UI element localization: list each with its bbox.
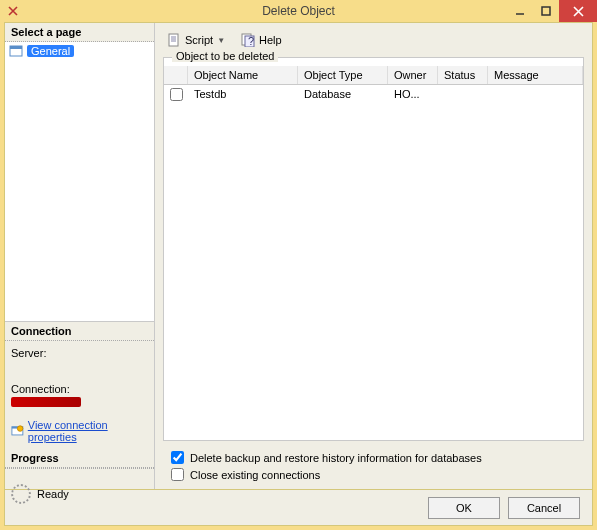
col-status[interactable]: Status <box>438 66 488 84</box>
progress-header: Progress <box>5 449 154 468</box>
minimize-button[interactable] <box>507 0 533 22</box>
cell-owner: HO... <box>388 85 438 106</box>
progress-status: Ready <box>37 488 69 500</box>
script-label: Script <box>185 34 213 46</box>
dialog-frame: Select a page General Connection Server:… <box>4 22 593 526</box>
cell-message <box>488 85 583 106</box>
script-button[interactable]: Script ▼ <box>163 31 229 49</box>
cell-name: Testdb <box>188 85 298 106</box>
col-checkbox <box>164 66 188 84</box>
progress-spinner-icon <box>11 484 31 504</box>
delete-history-label: Delete backup and restore history inform… <box>190 452 482 464</box>
svg-point-6 <box>17 426 22 431</box>
cancel-button[interactable]: Cancel <box>508 497 580 519</box>
window-close-button[interactable] <box>559 0 597 22</box>
script-icon <box>167 33 181 47</box>
help-button[interactable]: ? Help <box>237 31 286 49</box>
objects-groupbox: Object to be deleted Object Name Object … <box>163 57 584 441</box>
server-value <box>11 361 148 373</box>
col-owner[interactable]: Owner <box>388 66 438 84</box>
col-name[interactable]: Object Name <box>188 66 298 84</box>
server-label: Server: <box>11 347 148 359</box>
help-label: Help <box>259 34 282 46</box>
help-icon: ? <box>241 33 255 47</box>
svg-rect-1 <box>542 7 550 15</box>
ok-button[interactable]: OK <box>428 497 500 519</box>
delete-history-row: Delete backup and restore history inform… <box>163 449 584 466</box>
delete-history-checkbox[interactable] <box>171 451 184 464</box>
close-icon[interactable] <box>4 2 22 20</box>
col-type[interactable]: Object Type <box>298 66 388 84</box>
right-panel: Script ▼ ? Help Object to be deleted Obj… <box>155 23 592 489</box>
grid-header: Object Name Object Type Owner Status Mes… <box>164 66 583 85</box>
page-icon <box>9 44 23 58</box>
maximize-button[interactable] <box>533 0 559 22</box>
close-connections-row: Close existing connections <box>163 466 584 483</box>
close-connections-checkbox[interactable] <box>171 468 184 481</box>
window-title: Delete Object <box>262 4 335 18</box>
page-label: General <box>27 45 74 57</box>
row-checkbox[interactable] <box>170 88 183 101</box>
page-item-general[interactable]: General <box>5 42 154 60</box>
svg-rect-7 <box>169 34 178 46</box>
connection-label: Connection: <box>11 383 148 395</box>
cell-status <box>438 85 488 106</box>
groupbox-label: Object to be deleted <box>172 50 278 62</box>
titlebar: Delete Object <box>0 0 597 22</box>
cell-type: Database <box>298 85 388 106</box>
connection-header: Connection <box>5 322 154 341</box>
col-message[interactable]: Message <box>488 66 583 84</box>
pages-header: Select a page <box>5 23 154 42</box>
connection-panel: Server: Connection: View connection prop… <box>5 341 154 449</box>
progress-panel: Ready <box>5 468 154 518</box>
left-panel: Select a page General Connection Server:… <box>5 23 155 489</box>
chevron-down-icon[interactable]: ▼ <box>217 36 225 45</box>
view-connection-properties-label: View connection properties <box>28 419 148 443</box>
connection-value-redacted <box>11 397 81 407</box>
close-connections-label: Close existing connections <box>190 469 320 481</box>
view-connection-properties-link[interactable]: View connection properties <box>11 419 148 443</box>
page-list: General <box>5 42 154 322</box>
properties-icon <box>11 424 24 438</box>
table-row[interactable]: Testdb Database HO... <box>164 85 583 106</box>
svg-rect-3 <box>10 46 22 49</box>
svg-text:?: ? <box>248 35 254 47</box>
